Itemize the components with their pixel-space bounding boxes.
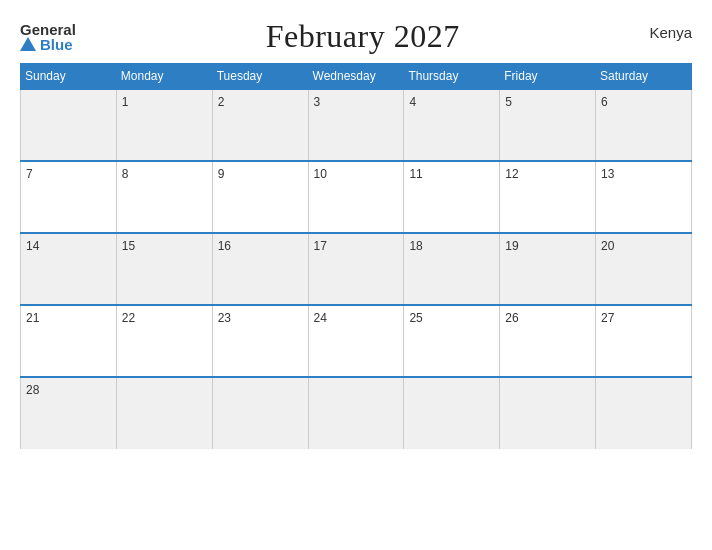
day-number: 4 bbox=[409, 95, 416, 109]
day-cell bbox=[212, 377, 308, 449]
week-row-5: 28 bbox=[21, 377, 692, 449]
day-cell: 28 bbox=[21, 377, 117, 449]
day-number: 19 bbox=[505, 239, 518, 253]
calendar-title: February 2027 bbox=[266, 18, 460, 55]
day-header-tuesday: Tuesday bbox=[212, 64, 308, 90]
calendar-body: 1234567891011121314151617181920212223242… bbox=[21, 89, 692, 449]
logo-triangle-icon bbox=[20, 37, 36, 51]
day-cell bbox=[404, 377, 500, 449]
day-number: 17 bbox=[314, 239, 327, 253]
day-number: 12 bbox=[505, 167, 518, 181]
day-cell: 23 bbox=[212, 305, 308, 377]
week-row-1: 123456 bbox=[21, 89, 692, 161]
day-cell: 12 bbox=[500, 161, 596, 233]
day-cell: 3 bbox=[308, 89, 404, 161]
day-cell: 20 bbox=[596, 233, 692, 305]
week-row-3: 14151617181920 bbox=[21, 233, 692, 305]
day-number: 2 bbox=[218, 95, 225, 109]
day-cell: 2 bbox=[212, 89, 308, 161]
day-number: 23 bbox=[218, 311, 231, 325]
day-number: 5 bbox=[505, 95, 512, 109]
day-cell: 21 bbox=[21, 305, 117, 377]
day-number: 20 bbox=[601, 239, 614, 253]
day-number: 18 bbox=[409, 239, 422, 253]
day-cell: 17 bbox=[308, 233, 404, 305]
day-cell bbox=[308, 377, 404, 449]
day-number: 16 bbox=[218, 239, 231, 253]
day-number: 11 bbox=[409, 167, 422, 181]
day-header-sunday: Sunday bbox=[21, 64, 117, 90]
day-header-wednesday: Wednesday bbox=[308, 64, 404, 90]
calendar-table: SundayMondayTuesdayWednesdayThursdayFrid… bbox=[20, 63, 692, 449]
day-number: 15 bbox=[122, 239, 135, 253]
day-header-monday: Monday bbox=[116, 64, 212, 90]
logo-blue-text: Blue bbox=[40, 37, 73, 52]
day-cell: 15 bbox=[116, 233, 212, 305]
day-number: 9 bbox=[218, 167, 225, 181]
day-cell: 5 bbox=[500, 89, 596, 161]
day-number: 21 bbox=[26, 311, 39, 325]
days-of-week-row: SundayMondayTuesdayWednesdayThursdayFrid… bbox=[21, 64, 692, 90]
day-cell bbox=[596, 377, 692, 449]
day-header-thursday: Thursday bbox=[404, 64, 500, 90]
day-number: 6 bbox=[601, 95, 608, 109]
day-cell bbox=[21, 89, 117, 161]
day-number: 28 bbox=[26, 383, 39, 397]
day-number: 7 bbox=[26, 167, 33, 181]
day-cell: 4 bbox=[404, 89, 500, 161]
day-number: 8 bbox=[122, 167, 129, 181]
day-cell bbox=[500, 377, 596, 449]
day-number: 10 bbox=[314, 167, 327, 181]
day-cell: 25 bbox=[404, 305, 500, 377]
day-number: 24 bbox=[314, 311, 327, 325]
day-cell: 7 bbox=[21, 161, 117, 233]
day-number: 25 bbox=[409, 311, 422, 325]
day-cell: 26 bbox=[500, 305, 596, 377]
day-number: 26 bbox=[505, 311, 518, 325]
logo-blue-row: Blue bbox=[20, 37, 73, 52]
day-number: 14 bbox=[26, 239, 39, 253]
day-cell: 1 bbox=[116, 89, 212, 161]
day-cell: 6 bbox=[596, 89, 692, 161]
day-number: 3 bbox=[314, 95, 321, 109]
calendar-header: SundayMondayTuesdayWednesdayThursdayFrid… bbox=[21, 64, 692, 90]
day-number: 13 bbox=[601, 167, 614, 181]
day-cell: 22 bbox=[116, 305, 212, 377]
logo: General Blue bbox=[20, 22, 76, 52]
country-label: Kenya bbox=[649, 18, 692, 41]
calendar-page: General Blue February 2027 Kenya SundayM… bbox=[0, 0, 712, 550]
day-cell: 19 bbox=[500, 233, 596, 305]
day-cell: 16 bbox=[212, 233, 308, 305]
day-cell: 24 bbox=[308, 305, 404, 377]
day-number: 1 bbox=[122, 95, 129, 109]
day-cell: 9 bbox=[212, 161, 308, 233]
header: General Blue February 2027 Kenya bbox=[20, 18, 692, 55]
day-number: 22 bbox=[122, 311, 135, 325]
day-cell: 13 bbox=[596, 161, 692, 233]
day-cell: 27 bbox=[596, 305, 692, 377]
week-row-2: 78910111213 bbox=[21, 161, 692, 233]
day-cell bbox=[116, 377, 212, 449]
day-number: 27 bbox=[601, 311, 614, 325]
day-cell: 11 bbox=[404, 161, 500, 233]
day-header-friday: Friday bbox=[500, 64, 596, 90]
day-cell: 14 bbox=[21, 233, 117, 305]
day-header-saturday: Saturday bbox=[596, 64, 692, 90]
week-row-4: 21222324252627 bbox=[21, 305, 692, 377]
logo-general-text: General bbox=[20, 22, 76, 37]
day-cell: 8 bbox=[116, 161, 212, 233]
day-cell: 18 bbox=[404, 233, 500, 305]
day-cell: 10 bbox=[308, 161, 404, 233]
